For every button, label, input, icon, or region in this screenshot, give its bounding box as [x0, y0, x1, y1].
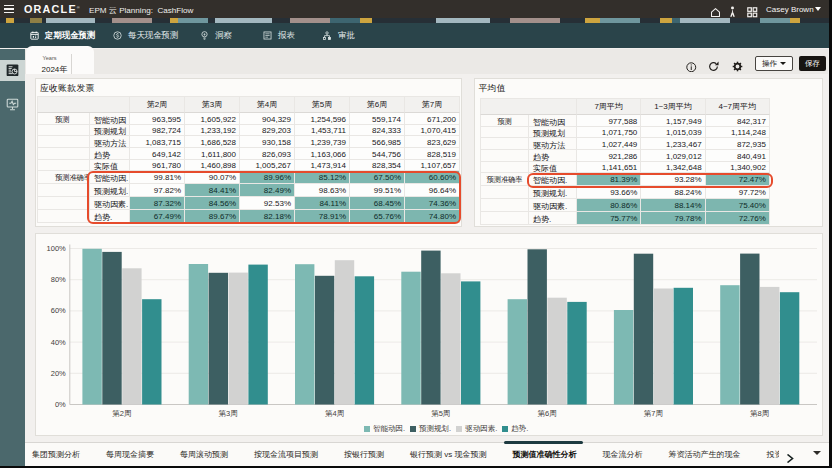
svg-text:第5周: 第5周: [431, 409, 450, 418]
svg-text:0%: 0%: [55, 400, 66, 409]
svg-text:20%: 20%: [51, 369, 66, 378]
svg-text:第4周: 第4周: [325, 409, 344, 418]
svg-text:60%: 60%: [51, 306, 66, 315]
svg-text:第7周: 第7周: [644, 409, 663, 418]
svg-text:第6周: 第6周: [538, 409, 557, 418]
svg-text:第8周: 第8周: [750, 409, 769, 418]
svg-text:第2周: 第2周: [112, 409, 131, 418]
svg-text:80%: 80%: [51, 275, 66, 284]
svg-text:40%: 40%: [51, 338, 66, 347]
svg-text:第3周: 第3周: [219, 409, 238, 418]
svg-text:100%: 100%: [47, 244, 67, 253]
